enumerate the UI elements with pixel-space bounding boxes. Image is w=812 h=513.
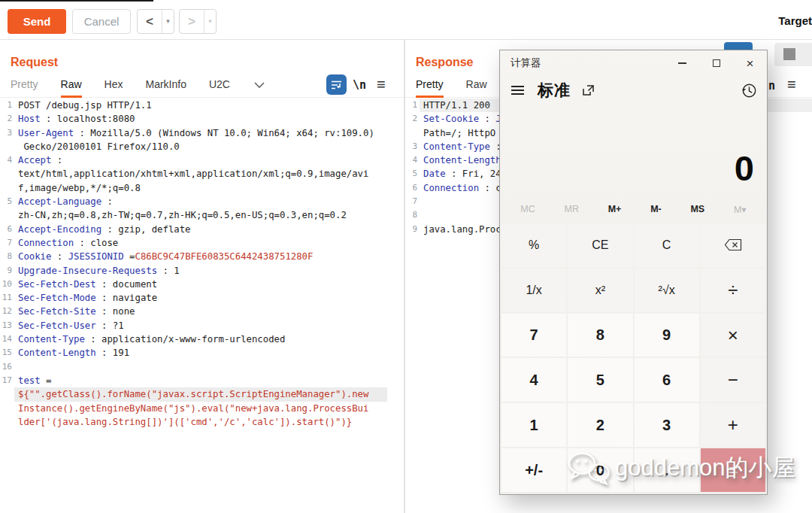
hamburger-menu-icon[interactable]	[511, 85, 525, 96]
line-number: 17	[0, 374, 14, 387]
back-button[interactable]: < ▼	[137, 9, 174, 34]
calc-key-+[interactable]: +	[701, 403, 765, 447]
chevron-down-icon[interactable]	[254, 73, 265, 98]
memory-button-row: MCMRM+M-MSM▾	[500, 195, 767, 223]
memory-key-ms[interactable]: MS	[686, 202, 709, 216]
code-line: lder['(java.lang.String[])'](['cmd','/c'…	[0, 415, 404, 429]
back-history-caret[interactable]: ▼	[162, 10, 174, 33]
tab-pretty[interactable]: Pretty	[416, 73, 444, 98]
keep-on-top-icon[interactable]	[582, 85, 595, 96]
request-editor[interactable]: 1POST /debug.jsp HTTP/1.12Host : localho…	[0, 99, 404, 513]
code-line: 11Sec-Fetch-Mode : navigate	[0, 291, 404, 305]
close-button[interactable]: ×	[733, 50, 767, 76]
calculator-window-title: 计算器	[511, 56, 541, 70]
calculator-titlebar[interactable]: 计算器 ×	[500, 50, 767, 76]
tab-hex[interactable]: Hex	[105, 73, 123, 98]
line-number: 8	[405, 208, 420, 222]
tab-raw[interactable]: Raw	[61, 73, 82, 98]
calc-key-backspace[interactable]	[701, 223, 765, 267]
memory-key-m-[interactable]: M-	[646, 202, 666, 216]
tab-markinfo[interactable]: MarkInfo	[146, 73, 186, 98]
forward-history-caret[interactable]: ▼	[204, 10, 216, 33]
code-line: 6Accept-Encoding : gzip, deflate	[0, 223, 404, 236]
memory-key-mc[interactable]: MC	[516, 202, 539, 216]
target-label: Target	[778, 14, 812, 27]
cancel-button[interactable]: Cancel	[72, 9, 131, 34]
tab-raw[interactable]: Raw	[466, 73, 487, 98]
line-number	[0, 415, 14, 429]
calc-key-−[interactable]: −	[701, 358, 765, 402]
line-number: 7	[0, 236, 14, 250]
calculator-window: 计算器 × 标准 0 MCMRM+M-MSM▾ %CEC1/xx²²√x÷789…	[499, 50, 768, 495]
code-line: ${"".getClass().forName("javax.script.Sc…	[0, 387, 404, 401]
code-line: 2Host : localhost:8080	[0, 112, 404, 126]
maximize-button[interactable]	[699, 50, 733, 76]
calc-key-C[interactable]: C	[635, 223, 699, 267]
line-number: 11	[0, 291, 14, 305]
line-number: 6	[0, 223, 14, 236]
line-number: 16	[0, 360, 14, 374]
backspace-icon	[724, 238, 742, 251]
code-line: 10Sec-Fetch-Dest : document	[0, 278, 404, 291]
line-number: 3	[405, 140, 420, 153]
calc-key-3[interactable]: 3	[635, 403, 699, 447]
calculator-mode-label: 标准	[538, 80, 571, 101]
calc-key-%[interactable]: %	[501, 223, 566, 267]
calc-key-²√x[interactable]: ²√x	[635, 269, 699, 312]
minimize-button[interactable]	[665, 50, 699, 76]
calc-key-÷[interactable]: ÷	[701, 269, 765, 312]
send-button[interactable]: Send	[8, 9, 66, 34]
response-tabs: PrettyRaw	[416, 73, 510, 98]
line-number: 9	[0, 264, 14, 278]
word-wrap-button[interactable]	[326, 74, 347, 95]
code-line: Gecko/20100101 Firefox/110.0	[0, 140, 404, 153]
calc-key-5[interactable]: 5	[568, 358, 632, 402]
calc-key-4[interactable]: 4	[501, 358, 566, 402]
code-line: 16	[0, 360, 404, 374]
tab-u2c[interactable]: U2C	[209, 73, 230, 98]
memory-key-m▾[interactable]: M▾	[729, 202, 751, 217]
calc-key-7[interactable]: 7	[501, 314, 566, 357]
line-number: 13	[0, 319, 14, 332]
panel-menu-icon[interactable]: ≡	[377, 76, 386, 93]
calc-key-8[interactable]: 8	[568, 314, 632, 357]
panel-menu-icon[interactable]: ≡	[787, 76, 796, 93]
history-icon[interactable]	[741, 83, 757, 99]
panel-control-square-icon	[783, 48, 795, 60]
memory-key-mr[interactable]: MR	[560, 202, 583, 216]
newline-toggle[interactable]: \n	[353, 78, 366, 92]
code-line: 1POST /debug.jsp HTTP/1.1	[0, 99, 404, 112]
calc-key-x²[interactable]: x²	[568, 269, 632, 312]
maximize-icon	[713, 59, 720, 67]
code-line: 13Sec-Fetch-User : ?1	[0, 319, 404, 332]
line-number	[0, 402, 14, 415]
wechat-icon	[565, 449, 612, 487]
line-number: 2	[0, 112, 14, 126]
code-line: 9Upgrade-Insecure-Requests : 1	[0, 264, 404, 278]
calc-key-CE[interactable]: CE	[568, 223, 632, 267]
code-line: 4Accept :	[0, 153, 404, 167]
forward-button[interactable]: > ▼	[179, 9, 217, 34]
code-line: 3User-Agent : Mozilla/5.0 (Windows NT 10…	[0, 126, 404, 140]
calc-key-6[interactable]: 6	[635, 358, 699, 402]
calc-key-1[interactable]: 1	[501, 403, 566, 447]
watermark-text: goddemon的小屋	[615, 452, 795, 484]
line-number	[0, 181, 14, 195]
calculator-display: 0	[500, 105, 767, 195]
word-wrap-icon	[330, 79, 343, 90]
memory-key-m+[interactable]: M+	[604, 202, 626, 216]
line-number: 7	[405, 195, 420, 208]
calc-key-×[interactable]: ×	[701, 314, 765, 357]
line-number: 4	[0, 153, 14, 167]
line-number	[0, 387, 14, 401]
minimize-icon	[678, 62, 686, 64]
calc-key-1/x[interactable]: 1/x	[501, 269, 566, 312]
line-number: 14	[0, 332, 14, 346]
calc-key-+/-[interactable]: +/-	[501, 448, 566, 492]
code-line: 12Sec-Fetch-Site : none	[0, 305, 404, 318]
calc-key-2[interactable]: 2	[568, 403, 632, 447]
tab-pretty[interactable]: Pretty	[11, 73, 38, 98]
panel-control[interactable]	[774, 43, 812, 66]
line-number	[0, 208, 14, 222]
calc-key-9[interactable]: 9	[635, 314, 699, 357]
